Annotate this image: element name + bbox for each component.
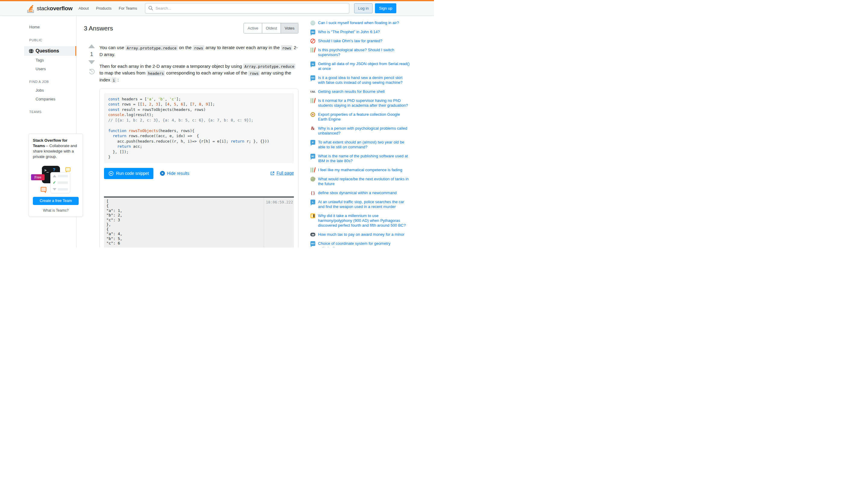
hot-question-link[interactable]: Choice of coordinate system for geometry… bbox=[318, 241, 410, 248]
create-free-team-button[interactable]: Create a free Team bbox=[33, 197, 79, 205]
answers-count-heading: 3 Answers bbox=[84, 25, 113, 32]
hot-question-item: A&CIs it a good idea to hand sew a denim… bbox=[310, 75, 410, 85]
console-output-line: "b": 5, bbox=[106, 236, 261, 241]
unix-linux-icon: U&L bbox=[310, 89, 315, 94]
upvote-button[interactable] bbox=[88, 44, 95, 48]
hot-question-link[interactable]: define sbox dynamical within a newcomman… bbox=[318, 190, 397, 195]
hot-question-link[interactable]: Getting search results for Bourne shell bbox=[318, 89, 385, 94]
hot-question-link[interactable]: Should I take Ohm's law for granted? bbox=[318, 39, 382, 44]
physics-icon bbox=[310, 39, 315, 44]
hot-question-link[interactable]: Why is a person with psychological probl… bbox=[318, 126, 410, 136]
code-line: const result = rowsToObjects(headers, ro… bbox=[108, 107, 290, 113]
answer-body: You can use Array.prototype.reduce on th… bbox=[100, 44, 298, 248]
nav-link-products[interactable]: Products bbox=[92, 4, 115, 13]
code-line: function rowsToObjects(headers, rows){ bbox=[108, 128, 290, 134]
hot-question-link[interactable]: At an unlawful traffic stop, police sear… bbox=[318, 200, 410, 209]
console-output-line: [ bbox=[106, 199, 261, 204]
sidebar-item-home[interactable]: Home bbox=[24, 22, 76, 32]
vote-score: 1 bbox=[90, 51, 93, 57]
music-icon bbox=[310, 214, 315, 218]
hot-question-link[interactable]: What would replace/be the next evolution… bbox=[318, 177, 410, 186]
hot-question-link[interactable]: Can I suck myself forward when floating … bbox=[318, 20, 399, 25]
answers-section: 3 Answers Active Oldest Votes 1 bbox=[76, 16, 305, 248]
hide-results-button[interactable]: Hide results bbox=[160, 171, 189, 176]
hot-question-link[interactable]: Is it normal for a PhD supervisor having… bbox=[318, 98, 410, 108]
login-button[interactable]: Log in bbox=[354, 3, 372, 13]
hot-question-link[interactable]: What is the name of the publishing softw… bbox=[318, 154, 410, 164]
inline-code: rows bbox=[193, 45, 204, 51]
search-bar bbox=[145, 3, 349, 14]
external-link-icon bbox=[270, 171, 275, 175]
hot-question-link[interactable]: Is it a good idea to hand sew a denim pe… bbox=[318, 75, 410, 85]
nav-link-for-teams[interactable]: For Teams bbox=[115, 4, 141, 13]
sidebar-item-companies[interactable]: Companies bbox=[24, 95, 76, 103]
hot-question-item: Export properties of a feature collectio… bbox=[310, 112, 410, 122]
hot-question-item: U&LGetting search results for Bourne she… bbox=[310, 89, 410, 94]
code-line: return rows.reduce((acc, e, idx) => { bbox=[108, 133, 290, 139]
full-page-link[interactable]: Full page bbox=[270, 170, 294, 177]
inline-code: i bbox=[111, 78, 116, 83]
hot-question-link[interactable]: To what extent should an (almost) two ye… bbox=[318, 140, 410, 150]
hot-question-link[interactable]: How much tax to pay on award money for a… bbox=[318, 232, 404, 237]
run-code-snippet-button[interactable]: Run code snippet bbox=[104, 168, 153, 179]
teams-promo-card: Stack Overflow for Teams – Collaborate a… bbox=[29, 134, 83, 217]
tab-active[interactable]: Active bbox=[244, 23, 262, 33]
code-line: acc.push(headers.reduce((r, h, i)=> {r[h… bbox=[108, 139, 290, 144]
signup-button[interactable]: Sign up bbox=[375, 3, 396, 13]
what-is-teams-link[interactable]: What is Teams? bbox=[33, 208, 79, 212]
hot-question-link[interactable]: I feel like my mathematical competence i… bbox=[318, 168, 402, 172]
hot-question-item: What would replace/be the next evolution… bbox=[310, 177, 410, 186]
hot-question-link[interactable]: Is this psychological abuse? Should I sw… bbox=[318, 48, 410, 57]
post-card-icon: ✓ bbox=[50, 172, 70, 193]
stackoverflow-logo[interactable]: stackoverflow bbox=[24, 1, 75, 15]
inline-code: headers bbox=[147, 70, 165, 76]
hot-question-item: Is this psychological abuse? Should I sw… bbox=[310, 48, 410, 57]
vote-column: 1 bbox=[84, 44, 100, 248]
hot-question-item: PTo what extent should an (almost) two y… bbox=[310, 140, 410, 150]
hot-network-questions: Can I suck myself forward when floating … bbox=[310, 16, 410, 248]
sidebar-section-teams: TEAMS bbox=[24, 108, 76, 116]
speech-bubble-icon bbox=[41, 187, 47, 192]
snippet-result-console: [ { "a": 1, "b": 2, "c": 3 }, { "a": 4, … bbox=[104, 197, 294, 248]
sidebar-item-questions[interactable]: Questions bbox=[24, 46, 76, 56]
sidebar-item-jobs[interactable]: Jobs bbox=[24, 86, 76, 95]
terminal-prompt: >_ bbox=[44, 168, 49, 172]
hot-question-item: BHWho is “The Prophet” in John 6:14? bbox=[310, 30, 410, 34]
arduino-icon: ∞ bbox=[310, 62, 315, 66]
console-output-line: "c": 3 bbox=[106, 218, 261, 222]
answer: 1 You can use Array.prototype.reduce on … bbox=[84, 44, 298, 248]
answer-paragraph: You can use Array.prototype.reduce on th… bbox=[100, 44, 298, 58]
hot-question-link[interactable]: Getting all data of my JSON object from … bbox=[318, 62, 410, 71]
code-snippet-widget: const headers = ['a', 'b', 'c'];const ro… bbox=[100, 89, 298, 248]
retrocomputing-icon: RC bbox=[310, 154, 315, 158]
code-line: }, []); bbox=[108, 149, 290, 155]
hot-question-item: RCWhat is the name of the publishing sof… bbox=[310, 154, 410, 164]
search-input[interactable] bbox=[145, 3, 349, 14]
english-icon: & bbox=[310, 126, 315, 131]
inline-code: rows bbox=[248, 70, 260, 76]
hot-question-item: Should I take Ohm's law for granted? bbox=[310, 39, 410, 44]
downvote-button[interactable] bbox=[88, 60, 95, 64]
globe-icon bbox=[29, 49, 34, 54]
hot-question-link[interactable]: Export properties of a feature collectio… bbox=[318, 112, 410, 122]
tab-oldest[interactable]: Oldest bbox=[262, 23, 281, 33]
code-line: // [{a: 1, b: 2, c: 3}, {a: 4, b: 5, c: … bbox=[108, 118, 290, 123]
answer-sort-tabs: Active Oldest Votes bbox=[244, 23, 298, 33]
inline-code: rows bbox=[281, 45, 292, 51]
sidebar-item-users[interactable]: Users bbox=[24, 65, 76, 73]
tab-votes[interactable]: Votes bbox=[281, 23, 298, 33]
aviation-icon bbox=[310, 20, 315, 25]
code-line: const rows = [[1, 2, 3], [4, 5, 6], [7, … bbox=[108, 102, 290, 107]
history-icon[interactable] bbox=[89, 68, 95, 75]
teams-promo-title: Stack Overflow for Teams – Collaborate a… bbox=[33, 138, 79, 159]
hot-question-item: Why did it take a millennium to use harm… bbox=[310, 214, 410, 228]
sidebar-item-tags[interactable]: Tags bbox=[24, 56, 76, 65]
nav-link-about[interactable]: About bbox=[75, 4, 92, 13]
console-output-line: "a": 4, bbox=[106, 232, 261, 236]
academia-icon bbox=[310, 168, 315, 172]
hot-question-item: { }define sbox dynamical within a newcom… bbox=[310, 190, 410, 195]
hot-question-link[interactable]: Why did it take a millennium to use harm… bbox=[318, 214, 410, 228]
worldbuilding-icon bbox=[310, 177, 315, 182]
gis-icon bbox=[310, 112, 315, 117]
hot-question-link[interactable]: Who is “The Prophet” in John 6:14? bbox=[318, 30, 380, 34]
